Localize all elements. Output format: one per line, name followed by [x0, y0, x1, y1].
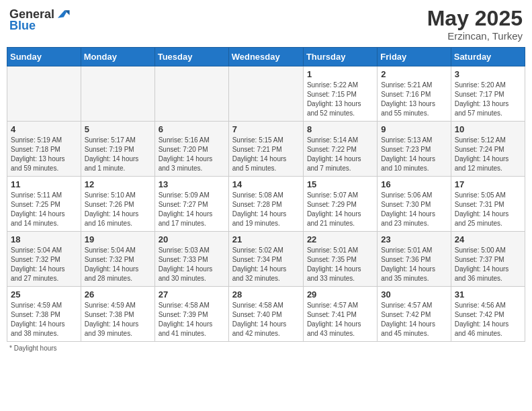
empty-cell [228, 66, 303, 122]
day-number-7: 7 [232, 124, 300, 134]
day-number-9: 9 [381, 124, 447, 134]
header: General Blue May 2025 Erzincan, Turkey [7, 7, 525, 42]
day-cell-19: 19Sunrise: 5:04 AM Sunset: 7:32 PM Dayli… [81, 232, 154, 287]
day-cell-4: 4Sunrise: 5:19 AM Sunset: 7:18 PM Daylig… [7, 122, 81, 177]
day-number-20: 20 [159, 234, 225, 244]
location-title: Erzincan, Turkey [427, 30, 523, 42]
weekday-header-sunday: Sunday [7, 48, 81, 66]
day-info-22: Sunrise: 5:01 AM Sunset: 7:35 PM Dayligh… [307, 246, 373, 283]
day-info-19: Sunrise: 5:04 AM Sunset: 7:32 PM Dayligh… [85, 246, 151, 283]
weekday-header-wednesday: Wednesday [228, 48, 303, 66]
day-info-1: Sunrise: 5:22 AM Sunset: 7:15 PM Dayligh… [307, 81, 373, 118]
day-cell-17: 17Sunrise: 5:05 AM Sunset: 7:31 PM Dayli… [451, 177, 525, 232]
day-cell-8: 8Sunrise: 5:14 AM Sunset: 7:22 PM Daylig… [303, 122, 377, 177]
week-row-1: 1Sunrise: 5:22 AM Sunset: 7:15 PM Daylig… [7, 66, 525, 122]
week-row-5: 25Sunrise: 4:59 AM Sunset: 7:38 PM Dayli… [7, 287, 525, 342]
day-number-11: 11 [11, 179, 77, 189]
day-number-14: 14 [232, 179, 300, 189]
empty-cell [81, 66, 154, 122]
day-number-24: 24 [455, 234, 521, 244]
day-info-9: Sunrise: 5:13 AM Sunset: 7:23 PM Dayligh… [381, 136, 447, 173]
day-cell-6: 6Sunrise: 5:16 AM Sunset: 7:20 PM Daylig… [154, 122, 228, 177]
day-number-29: 29 [307, 289, 373, 300]
empty-cell [7, 66, 81, 122]
weekday-header-thursday: Thursday [303, 48, 377, 66]
day-cell-27: 27Sunrise: 4:58 AM Sunset: 7:39 PM Dayli… [154, 287, 228, 342]
logo-icon [56, 7, 71, 21]
day-cell-2: 2Sunrise: 5:21 AM Sunset: 7:16 PM Daylig… [378, 66, 451, 122]
day-number-1: 1 [307, 69, 373, 79]
day-info-12: Sunrise: 5:10 AM Sunset: 7:26 PM Dayligh… [85, 191, 151, 228]
day-cell-29: 29Sunrise: 4:57 AM Sunset: 7:41 PM Dayli… [303, 287, 377, 342]
day-info-6: Sunrise: 5:16 AM Sunset: 7:20 PM Dayligh… [159, 136, 225, 173]
day-info-3: Sunrise: 5:20 AM Sunset: 7:17 PM Dayligh… [455, 81, 521, 118]
day-number-2: 2 [381, 69, 447, 79]
day-info-7: Sunrise: 5:15 AM Sunset: 7:21 PM Dayligh… [232, 136, 300, 173]
day-number-30: 30 [381, 289, 447, 300]
day-info-5: Sunrise: 5:17 AM Sunset: 7:19 PM Dayligh… [85, 136, 151, 173]
day-cell-28: 28Sunrise: 4:58 AM Sunset: 7:40 PM Dayli… [228, 287, 303, 342]
weekday-header-tuesday: Tuesday [154, 48, 228, 66]
day-number-17: 17 [455, 179, 521, 189]
day-info-31: Sunrise: 4:56 AM Sunset: 7:42 PM Dayligh… [455, 301, 521, 338]
day-info-21: Sunrise: 5:02 AM Sunset: 7:34 PM Dayligh… [232, 246, 300, 283]
day-number-16: 16 [381, 179, 447, 189]
day-cell-3: 3Sunrise: 5:20 AM Sunset: 7:17 PM Daylig… [451, 66, 525, 122]
week-row-4: 18Sunrise: 5:04 AM Sunset: 7:32 PM Dayli… [7, 232, 525, 287]
day-info-23: Sunrise: 5:01 AM Sunset: 7:36 PM Dayligh… [381, 246, 447, 283]
footer-daylight-label: Daylight hours [14, 345, 57, 352]
day-number-10: 10 [455, 124, 521, 134]
title-area: May 2025 Erzincan, Turkey [427, 7, 523, 42]
day-cell-16: 16Sunrise: 5:06 AM Sunset: 7:30 PM Dayli… [378, 177, 451, 232]
week-row-2: 4Sunrise: 5:19 AM Sunset: 7:18 PM Daylig… [7, 122, 525, 177]
day-cell-21: 21Sunrise: 5:02 AM Sunset: 7:34 PM Dayli… [228, 232, 303, 287]
day-info-14: Sunrise: 5:08 AM Sunset: 7:28 PM Dayligh… [232, 191, 300, 228]
day-info-16: Sunrise: 5:06 AM Sunset: 7:30 PM Dayligh… [381, 191, 447, 228]
day-info-20: Sunrise: 5:03 AM Sunset: 7:33 PM Dayligh… [159, 246, 225, 283]
weekday-header-friday: Friday [378, 48, 451, 66]
day-cell-11: 11Sunrise: 5:11 AM Sunset: 7:25 PM Dayli… [7, 177, 81, 232]
day-info-2: Sunrise: 5:21 AM Sunset: 7:16 PM Dayligh… [381, 81, 447, 118]
day-info-26: Sunrise: 4:59 AM Sunset: 7:38 PM Dayligh… [85, 301, 151, 338]
month-title: May 2025 [427, 7, 523, 30]
day-number-18: 18 [11, 234, 77, 244]
day-info-28: Sunrise: 4:58 AM Sunset: 7:40 PM Dayligh… [232, 301, 300, 338]
day-info-29: Sunrise: 4:57 AM Sunset: 7:41 PM Dayligh… [307, 301, 373, 338]
weekday-header-row: SundayMondayTuesdayWednesdayThursdayFrid… [7, 48, 525, 66]
day-number-22: 22 [307, 234, 373, 244]
day-number-4: 4 [11, 124, 77, 134]
day-cell-10: 10Sunrise: 5:12 AM Sunset: 7:24 PM Dayli… [451, 122, 525, 177]
day-info-18: Sunrise: 5:04 AM Sunset: 7:32 PM Dayligh… [11, 246, 77, 283]
day-info-27: Sunrise: 4:58 AM Sunset: 7:39 PM Dayligh… [159, 301, 225, 338]
day-info-10: Sunrise: 5:12 AM Sunset: 7:24 PM Dayligh… [455, 136, 521, 173]
day-number-3: 3 [455, 69, 521, 79]
day-number-26: 26 [85, 289, 151, 300]
week-row-3: 11Sunrise: 5:11 AM Sunset: 7:25 PM Dayli… [7, 177, 525, 232]
day-info-25: Sunrise: 4:59 AM Sunset: 7:38 PM Dayligh… [11, 301, 77, 338]
day-number-21: 21 [232, 234, 300, 244]
logo: General Blue [9, 7, 71, 33]
day-number-28: 28 [232, 289, 300, 300]
day-info-30: Sunrise: 4:57 AM Sunset: 7:42 PM Dayligh… [381, 301, 447, 338]
day-cell-26: 26Sunrise: 4:59 AM Sunset: 7:38 PM Dayli… [81, 287, 154, 342]
day-cell-14: 14Sunrise: 5:08 AM Sunset: 7:28 PM Dayli… [228, 177, 303, 232]
day-number-25: 25 [11, 289, 77, 300]
day-cell-22: 22Sunrise: 5:01 AM Sunset: 7:35 PM Dayli… [303, 232, 377, 287]
day-number-5: 5 [85, 124, 151, 134]
footer-note: * Daylight hours [7, 345, 525, 352]
day-cell-1: 1Sunrise: 5:22 AM Sunset: 7:15 PM Daylig… [303, 66, 377, 122]
day-cell-9: 9Sunrise: 5:13 AM Sunset: 7:23 PM Daylig… [378, 122, 451, 177]
day-number-6: 6 [159, 124, 225, 134]
day-info-4: Sunrise: 5:19 AM Sunset: 7:18 PM Dayligh… [11, 136, 77, 173]
weekday-header-monday: Monday [81, 48, 154, 66]
day-number-12: 12 [85, 179, 151, 189]
day-cell-7: 7Sunrise: 5:15 AM Sunset: 7:21 PM Daylig… [228, 122, 303, 177]
weekday-header-saturday: Saturday [451, 48, 525, 66]
day-cell-15: 15Sunrise: 5:07 AM Sunset: 7:29 PM Dayli… [303, 177, 377, 232]
day-info-8: Sunrise: 5:14 AM Sunset: 7:22 PM Dayligh… [307, 136, 373, 173]
day-info-15: Sunrise: 5:07 AM Sunset: 7:29 PM Dayligh… [307, 191, 373, 228]
day-number-19: 19 [85, 234, 151, 244]
day-cell-30: 30Sunrise: 4:57 AM Sunset: 7:42 PM Dayli… [378, 287, 451, 342]
calendar-table: SundayMondayTuesdayWednesdayThursdayFrid… [7, 47, 525, 342]
day-cell-31: 31Sunrise: 4:56 AM Sunset: 7:42 PM Dayli… [451, 287, 525, 342]
